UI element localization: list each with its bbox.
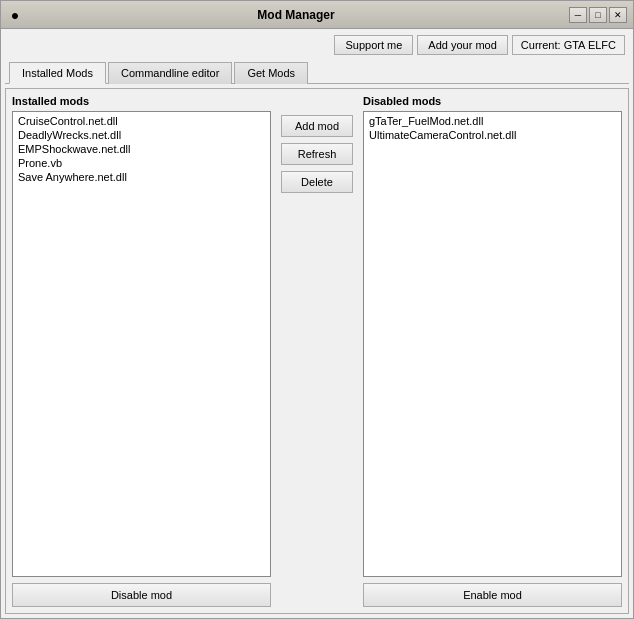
main-panel: Installed mods CruiseControl.net.dll Dea…	[5, 88, 629, 614]
minimize-button[interactable]: ─	[569, 7, 587, 23]
disabled-mods-label: Disabled mods	[363, 95, 622, 107]
tab-commandline-editor[interactable]: Commandline editor	[108, 62, 232, 84]
list-item[interactable]: EMPShockwave.net.dll	[15, 142, 268, 156]
installed-mods-label: Installed mods	[12, 95, 271, 107]
delete-button[interactable]: Delete	[281, 171, 353, 193]
disabled-mods-panel: Disabled mods gTaTer_FuelMod.net.dll Ult…	[363, 95, 622, 577]
top-bar: Support me Add your mod Current: GTA ELF…	[5, 33, 629, 57]
tab-installed-mods[interactable]: Installed Mods	[9, 62, 106, 84]
bottom-buttons: Disable mod Enable mod	[12, 583, 622, 607]
list-item[interactable]: Save Anywhere.net.dll	[15, 170, 268, 184]
window-controls: ─ □ ✕	[569, 7, 627, 23]
window-icon: ●	[7, 7, 23, 23]
maximize-button[interactable]: □	[589, 7, 607, 23]
tab-bar: Installed Mods Commandline editor Get Mo…	[5, 61, 629, 84]
list-item[interactable]: UltimateCameraControl.net.dll	[366, 128, 619, 142]
close-button[interactable]: ✕	[609, 7, 627, 23]
add-your-mod-button[interactable]: Add your mod	[417, 35, 507, 55]
tab-get-mods[interactable]: Get Mods	[234, 62, 308, 84]
list-item[interactable]: gTaTer_FuelMod.net.dll	[366, 114, 619, 128]
installed-mods-list[interactable]: CruiseControl.net.dll DeadlyWrecks.net.d…	[12, 111, 271, 577]
refresh-button[interactable]: Refresh	[281, 143, 353, 165]
enable-mod-button[interactable]: Enable mod	[363, 583, 622, 607]
support-button[interactable]: Support me	[334, 35, 413, 55]
window-title: Mod Manager	[23, 8, 569, 22]
current-game-label: Current: GTA ELFC	[512, 35, 625, 55]
list-item[interactable]: DeadlyWrecks.net.dll	[15, 128, 268, 142]
installed-mods-panel: Installed mods CruiseControl.net.dll Dea…	[12, 95, 271, 577]
add-mod-button[interactable]: Add mod	[281, 115, 353, 137]
disable-mod-button[interactable]: Disable mod	[12, 583, 271, 607]
main-window: ● Mod Manager ─ □ ✕ Support me Add your …	[0, 0, 634, 619]
panels-container: Installed mods CruiseControl.net.dll Dea…	[12, 95, 622, 577]
content-area: Support me Add your mod Current: GTA ELF…	[1, 29, 633, 618]
list-item[interactable]: Prone.vb	[15, 156, 268, 170]
title-bar: ● Mod Manager ─ □ ✕	[1, 1, 633, 29]
list-item[interactable]: CruiseControl.net.dll	[15, 114, 268, 128]
action-buttons-panel: Add mod Refresh Delete	[277, 95, 357, 577]
disabled-mods-list[interactable]: gTaTer_FuelMod.net.dll UltimateCameraCon…	[363, 111, 622, 577]
